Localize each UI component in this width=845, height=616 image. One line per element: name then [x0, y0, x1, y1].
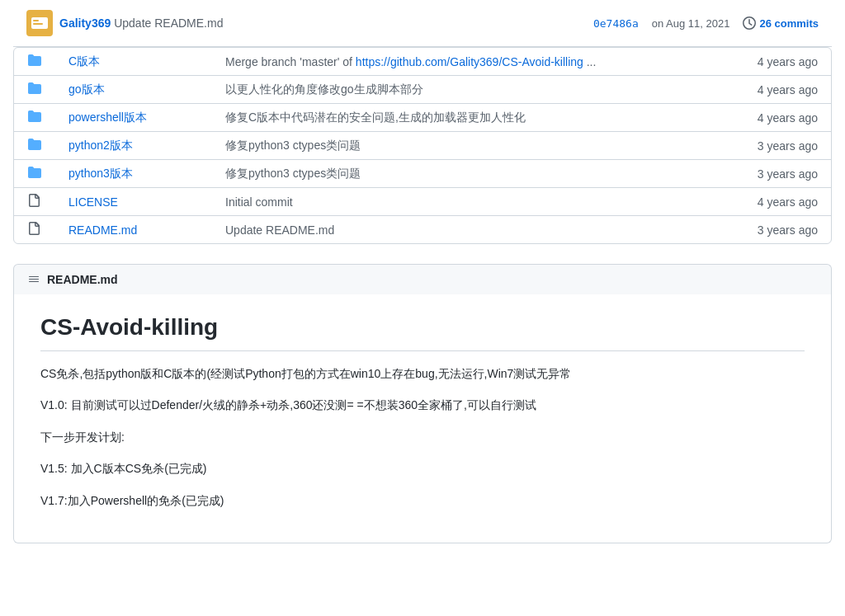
readme-header: README.md — [13, 264, 832, 294]
file-time: 4 years ago — [732, 76, 831, 104]
readme-paragraph: V1.5: 加入C版本CS免杀(已完成) — [40, 459, 805, 477]
file-time: 3 years ago — [732, 132, 831, 160]
file-commit-message: 修复python3 ctypes类问题 — [212, 160, 732, 188]
file-icon — [27, 224, 40, 237]
repo-meta: 0e7486a on Aug 11, 2021 26 commits — [593, 16, 819, 30]
table-row: powershell版本修复C版本中代码潜在的安全问题,生成的加载器更加人性化4… — [14, 104, 831, 132]
commit-sha[interactable]: 0e7486a — [593, 17, 639, 30]
svg-rect-2 — [33, 23, 43, 25]
file-table: C版本Merge branch 'master' of https://gith… — [14, 48, 831, 243]
readme-paragraph: CS免杀,包括python版和C版本的(经测试Python打包的方式在win10… — [40, 364, 805, 383]
readme-title-label: README.md — [47, 273, 118, 286]
file-name-link[interactable]: LICENSE — [68, 195, 118, 209]
file-name-link[interactable]: powershell版本 — [68, 111, 147, 124]
readme-paragraph: V1.0: 目前测试可以过Defender/火绒的静杀+动杀,360还没测= =… — [40, 396, 805, 414]
table-row: python2版本修复python3 ctypes类问题3 years ago — [14, 132, 831, 160]
file-commit-message: Merge branch 'master' of https://github.… — [212, 48, 732, 76]
folder-icon — [27, 112, 42, 125]
file-name-link[interactable]: README.md — [68, 223, 137, 237]
table-row: python3版本修复python3 ctypes类问题3 years ago — [14, 160, 831, 188]
file-name-link[interactable]: go版本 — [68, 82, 105, 96]
repo-logo — [26, 10, 53, 36]
commits-label: 26 commits — [759, 17, 819, 30]
file-time: 3 years ago — [732, 216, 831, 244]
file-table-wrapper: C版本Merge branch 'master' of https://gith… — [13, 47, 832, 244]
file-time: 4 years ago — [732, 188, 831, 216]
file-commit-message: 修复python3 ctypes类问题 — [212, 132, 732, 160]
folder-icon — [27, 168, 42, 181]
readme-paragraph: 下一步开发计划: — [40, 428, 805, 446]
readme-h1: CS-Avoid-killing — [40, 314, 805, 351]
folder-icon — [27, 56, 42, 69]
commit-link[interactable]: https://github.com/Gality369/CS-Avoid-ki… — [356, 55, 583, 68]
repo-header: Gality369 Update README.md 0e7486a on Au… — [13, 0, 832, 47]
table-row: README.mdUpdate README.md3 years ago — [14, 216, 831, 244]
file-time: 4 years ago — [732, 48, 831, 76]
file-time: 3 years ago — [732, 160, 831, 188]
table-row: LICENSEInitial commit4 years ago — [14, 188, 831, 216]
commits-count[interactable]: 26 commits — [743, 16, 819, 30]
file-icon — [27, 196, 40, 209]
file-commit-message: 修复C版本中代码潜在的安全问题,生成的加载器更加人性化 — [212, 104, 732, 132]
file-name-link[interactable]: python2版本 — [68, 139, 133, 152]
folder-icon — [27, 140, 42, 153]
readme-body: CS-Avoid-killing CS免杀,包括python版和C版本的(经测试… — [13, 294, 832, 543]
repo-title: Gality369 Update README.md — [59, 16, 587, 30]
table-row: C版本Merge branch 'master' of https://gith… — [14, 48, 831, 76]
commit-date: on Aug 11, 2021 — [652, 17, 730, 30]
clock-icon — [743, 16, 756, 30]
file-name-link[interactable]: C版本 — [68, 54, 100, 68]
readme-list-icon — [27, 273, 40, 286]
readme-paragraph: V1.7:加入Powershell的免杀(已完成) — [40, 491, 805, 510]
svg-rect-1 — [33, 20, 39, 21]
file-commit-message: Update README.md — [212, 216, 732, 244]
repo-commit-msg: Update README.md — [114, 16, 223, 30]
folder-icon — [27, 84, 42, 97]
file-commit-message: Initial commit — [212, 188, 732, 216]
table-row: go版本以更人性化的角度修改go生成脚本部分4 years ago — [14, 76, 831, 104]
file-name-link[interactable]: python3版本 — [68, 167, 133, 180]
file-commit-message: 以更人性化的角度修改go生成脚本部分 — [212, 76, 732, 104]
repo-owner[interactable]: Gality369 — [59, 16, 111, 30]
file-time: 4 years ago — [732, 104, 831, 132]
